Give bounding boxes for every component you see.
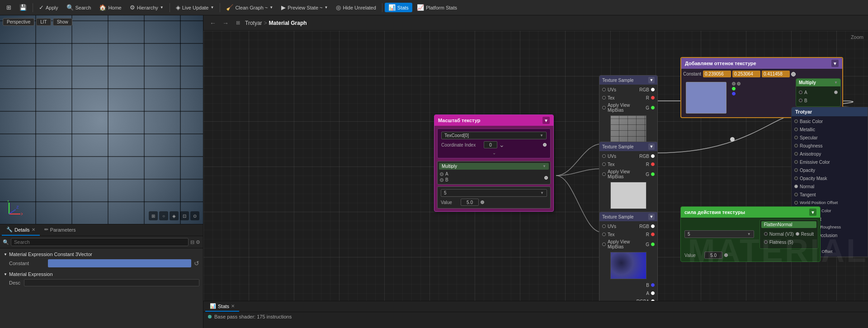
color-node-collapse[interactable]: ▼ [831, 60, 839, 67]
constant-value-bar[interactable] [48, 259, 191, 267]
flatten-header: FlattenNormal [761, 221, 816, 228]
details-tab-close[interactable]: ✕ [32, 227, 35, 232]
tex3-collapse[interactable]: ▼ [648, 214, 655, 220]
tex3-r-pin [651, 233, 655, 236]
tex2-collapse[interactable]: ▼ [648, 143, 655, 150]
breadcrumb-root: Trotyar [245, 20, 262, 26]
strength-value-input[interactable]: 5.0 [704, 252, 722, 259]
tab-details[interactable]: 🔧 Details ✕ [2, 224, 40, 236]
tex1-collapse[interactable]: ▼ [648, 77, 655, 83]
viewport-render [0, 15, 203, 224]
color-x-input[interactable] [703, 71, 731, 77]
stats-icon: 📊 [388, 4, 396, 11]
vp-icon4[interactable]: ⊡ [180, 211, 189, 220]
flatten-normal-row: Normal (V3) Result [761, 230, 816, 238]
color-z-input[interactable] [762, 71, 790, 77]
filter-icon[interactable]: ⊟ [190, 239, 194, 245]
tex3-applymip-row: Apply View MipBias G [599, 238, 657, 250]
tex2-applymip-row: Apply View MipBias G [599, 168, 657, 180]
tex1-g-pin [651, 106, 655, 109]
node-scale: Масштаб текстур ▼ TexCoord[0] ▼ Coordina… [434, 114, 554, 212]
out-roughness: Roughness [792, 142, 868, 150]
stats-tab-close[interactable]: ✕ [231, 304, 235, 309]
pin-a-row: A [440, 171, 448, 177]
stats-tab-icon: 📊 [210, 303, 216, 309]
color-y-input[interactable] [732, 71, 760, 77]
node-scale-collapse[interactable]: ▼ [542, 117, 550, 124]
strength-select[interactable]: 5 ▼ [684, 230, 754, 238]
flatten-body: Normal (V3) Result Flatness (5) [761, 229, 816, 247]
viewport-axes: X Y Z [5, 200, 23, 219]
hierarchy-button[interactable]: ⚙ Hierarchy ▼ [126, 3, 167, 12]
search-input[interactable] [11, 238, 189, 246]
stats-tab[interactable]: 📊 Stats ✕ [205, 301, 239, 312]
live-update-button[interactable]: ◈ Live Update ▼ [172, 3, 218, 12]
color-swatch [686, 82, 726, 114]
multiply-large-dropdown[interactable]: ▼ [834, 81, 838, 85]
tex1-applymip-row: Apply View MipBias G [599, 102, 657, 114]
color-output-pin [791, 72, 796, 76]
value5-input[interactable]: 5.0 [461, 199, 479, 206]
lit-btn[interactable]: LIT [36, 18, 51, 26]
value5-select[interactable]: 5 ▼ [441, 189, 547, 197]
viewport: Perspective LIT Show X Y Z ⊞ ○ ◈ ⊡ [0, 15, 203, 224]
hide-unrelated-button[interactable]: ◎ Hide Unrelated [332, 3, 379, 12]
graph-canvas[interactable]: Zoom [203, 31, 868, 301]
vp-icon1[interactable]: ⊞ [149, 211, 158, 220]
preview-state-button[interactable]: ▶ Preview State ~ ▼ [278, 3, 331, 12]
strength-collapse[interactable]: ▼ [809, 209, 816, 216]
clean-graph-button[interactable]: 🧹 Clean Graph ~ ▼ [222, 3, 277, 12]
show-btn[interactable]: Show [53, 18, 72, 26]
multiply-pins: A B [439, 171, 549, 183]
tab-parameters[interactable]: ✏ Parameters [40, 224, 80, 236]
home-icon: 🏠 [99, 4, 106, 11]
stats-button[interactable]: 📊 Stats [385, 3, 412, 12]
perspective-btn[interactable]: Perspective [3, 18, 34, 26]
texcoord-node-expand[interactable]: ⌄ [439, 149, 548, 156]
stats-content: Base pass shader: 175 instructions [203, 312, 868, 321]
vp-icon5[interactable]: ⊙ [190, 211, 199, 220]
preview-icon: ▶ [281, 4, 286, 11]
nav-forward-btn[interactable]: → [221, 18, 231, 28]
chevron-down-icon2: ▼ [210, 5, 214, 10]
coord-expand[interactable]: ⌄ [499, 141, 505, 148]
tex2-rgb-pin [651, 154, 655, 158]
prop-group-header-2[interactable]: ▼ Material Expression [2, 270, 201, 278]
vp-icon3[interactable]: ◈ [170, 211, 179, 220]
inner-texcoord: TexCoord[0] ▼ Coordinate Index 0 ⌄ [437, 128, 551, 158]
color-z-coord [762, 71, 790, 77]
platform-stats-button[interactable]: 📈 Platform Stats [413, 3, 461, 12]
tex3-rgba-pin [651, 299, 655, 301]
panel-search-icons: ⊟ ⚙ [190, 239, 200, 245]
texcoord-select[interactable]: TexCoord[0] ▼ [441, 132, 547, 139]
tex2-tex-row: Tex R [599, 160, 657, 168]
vp-icon2[interactable]: ○ [159, 211, 168, 220]
stats-text: Base pass shader: 175 instructions [214, 314, 292, 319]
toolbar-save-btn[interactable]: 💾 [16, 3, 30, 12]
left-panel: Perspective LIT Show X Y Z ⊞ ○ ◈ ⊡ [0, 15, 203, 328]
graph-icon: ⊞ [233, 19, 242, 28]
nav-back-btn[interactable]: ← [208, 18, 218, 28]
toolbar-icon-1[interactable]: ⊞ [3, 3, 15, 12]
node-flatten: FlattenNormal Normal (V3) Result [760, 219, 818, 249]
tex1-thumbnail [610, 115, 646, 143]
apply-icon: ✓ [39, 4, 44, 11]
out-metallic-pin [794, 128, 798, 131]
mul-large-b-pin [799, 99, 802, 102]
prop-reset-btn[interactable]: ↺ [194, 260, 199, 267]
apply-button[interactable]: ✓ Apply [35, 3, 62, 12]
tex2-tex-pin [602, 162, 606, 166]
prop-group-header-1[interactable]: ▼ Material Expression Constant 3Vector [2, 250, 201, 258]
settings-icon[interactable]: ⚙ [196, 239, 200, 245]
out-basic-color-pin [794, 119, 798, 123]
color-constant-row: Constant [683, 71, 840, 77]
home-button[interactable]: 🏠 Home [95, 3, 125, 12]
search-button[interactable]: 🔍 Search [63, 3, 95, 12]
multiply-dropdown[interactable]: ▼ [542, 164, 546, 168]
multiply-pin-a-in [440, 172, 443, 176]
mul-large-a-row: A [796, 88, 840, 96]
coord-index-value[interactable]: 0 [484, 141, 497, 148]
out-opacity-mask-pin [794, 176, 798, 180]
tex2-g-pin [651, 172, 655, 176]
details-icon: 🔧 [6, 227, 13, 233]
